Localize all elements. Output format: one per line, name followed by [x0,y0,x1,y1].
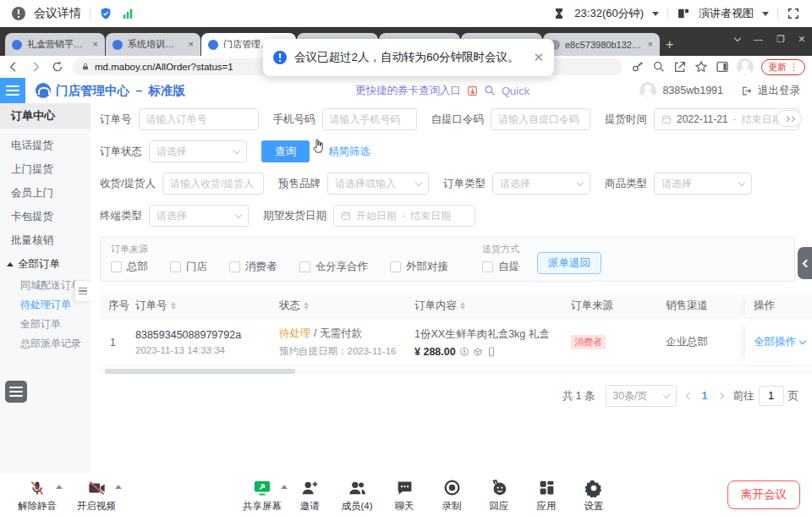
sidebar-collapse-handle[interactable] [74,280,91,302]
pickup-code-input[interactable] [491,108,590,130]
toast-close-icon[interactable]: ✕ [533,50,544,65]
browser-update-button[interactable]: 更新 ⋮ [761,59,805,75]
share-icon[interactable] [673,60,687,74]
sidebar-item-member-visit[interactable]: 会员上门 [0,181,91,205]
settings-button[interactable]: 设置 [570,478,617,513]
order-status-select[interactable]: 请选择 [149,140,247,162]
order-number[interactable]: 83859345088979792a [135,329,279,341]
browser-tab[interactable]: 礼盒营销平台管理中心 × [5,33,105,56]
sidebar-item-all-orders[interactable]: 全部订单 [0,315,91,334]
order-type-select[interactable]: 请选择 [492,173,590,195]
checkbox-hq[interactable]: 总部 [111,260,148,274]
reload-icon[interactable] [51,60,64,74]
meeting-timer[interactable]: 23:32(60分钟) [574,6,644,21]
apps-button[interactable]: 应用 [523,478,570,513]
fullscreen-icon[interactable] [787,7,800,20]
current-page[interactable]: 1 [702,390,708,402]
chat-button[interactable]: 聊天 [381,478,428,513]
terminal-type-select[interactable]: 请选择 [149,205,249,227]
view-mode-selector[interactable]: 演讲者视图 [699,6,754,21]
sort-icon[interactable] [171,302,176,310]
chevron-up-icon[interactable] [115,485,122,489]
order-content: 订单号 手机号码 自提口令码 提货时间 2022-11-21 - 结束日期 [91,103,812,474]
tab-close-icon[interactable]: × [648,40,653,49]
unmute-button[interactable]: 解除静音 [14,478,61,513]
horizontal-scrollbar[interactable] [100,368,812,375]
chevron-down-icon[interactable] [652,12,659,16]
search-button[interactable]: 查询 [261,140,310,162]
sort-icon[interactable] [460,302,465,310]
share-screen-button[interactable]: 共享屏幕 [239,478,286,513]
user-avatar[interactable] [639,82,656,99]
quick-search-icon[interactable] [484,85,496,96]
checkbox-self-pickup[interactable]: 自提 [482,260,519,274]
checkbox-warehouse-share[interactable]: 仓分享合作 [299,260,369,274]
tab-close-icon[interactable]: × [93,40,98,49]
goto-page-input[interactable] [759,386,784,406]
logout-icon[interactable] [741,85,752,96]
browser-profile-icon[interactable] [737,58,754,75]
forward-icon[interactable] [29,60,42,74]
quick-label[interactable]: Quick [502,85,529,97]
start-video-button[interactable]: 开启视频 [73,478,120,513]
all-actions-link[interactable]: 全部操作 [754,335,796,349]
meeting-title[interactable]: 会议详情 [34,6,81,21]
dispatch-return-button[interactable]: 派单退回 [537,252,601,274]
scrollbar-thumb[interactable] [105,369,295,374]
hamburger-menu-button[interactable] [0,78,25,103]
side-panel-icon[interactable] [716,60,729,74]
bookmark-star-icon[interactable] [694,60,708,74]
brand-select[interactable]: 请选择或输入 [327,173,429,195]
goods-type-select[interactable]: 请选择 [654,173,752,195]
sidebar-item-phone-pickup[interactable]: 电话提货 [0,134,91,157]
sidebar-item-door-pickup[interactable]: 上门提货 [0,157,91,181]
password-key-icon[interactable] [631,60,645,74]
sidebar-group-all-orders[interactable]: 全部订单 [0,252,91,276]
sidebar-item-batch-verify[interactable]: 批量核销 [0,228,91,252]
meeting-info-icon[interactable] [12,7,25,20]
coupon-query-link[interactable]: 更快捷的券卡查询入口 [355,84,461,98]
ship-date-range[interactable]: 开始日期 - 结束日期 [333,205,475,227]
close-window-icon[interactable]: × [798,32,805,46]
browser-tab[interactable]: 系统培训学习 × [106,33,200,56]
checkbox-external[interactable]: 外部对接 [390,260,448,274]
invite-button[interactable]: 邀请 [286,478,333,513]
expand-panel-handle[interactable] [798,247,812,279]
sidebar-item-hq-dispatch-log[interactable]: 总部派单记录 [0,334,91,354]
sidebar-item-card-pickup[interactable]: 卡包提货 [0,205,91,228]
maximize-window-icon[interactable]: ❐ [776,34,785,45]
prev-page-icon[interactable] [685,392,692,399]
shield-check-icon[interactable] [99,7,112,20]
chevron-up-icon[interactable] [56,485,63,489]
reaction-button[interactable]: 回应 [475,478,523,513]
col-status[interactable]: 状态 [279,294,414,318]
sort-icon[interactable] [304,302,309,310]
col-content[interactable]: 订单内容 [414,294,571,318]
zoom-icon[interactable] [652,60,666,74]
chevron-down-icon[interactable] [762,12,769,16]
browser-tab[interactable]: e8c573980b1328a258fd2e6f8 × [543,33,660,56]
phone-input[interactable] [322,108,417,130]
leave-meeting-button[interactable]: 离开会议 [727,480,800,509]
next-page-icon[interactable] [716,392,723,399]
receiver-input[interactable] [162,173,264,195]
network-signal-icon[interactable] [121,7,134,20]
back-icon[interactable] [7,60,20,74]
simple-filter-link[interactable]: 精简筛选 [328,145,370,159]
checkbox-store[interactable]: 门店 [170,260,207,274]
new-tab-button[interactable]: + [666,37,673,52]
tab-close-icon[interactable]: × [189,40,194,49]
record-button[interactable]: 录制 [428,478,475,513]
logout-link[interactable]: 退出登录 [758,84,800,98]
page-size-select[interactable]: 30条/页 [606,385,677,407]
tab-search-icon[interactable] [734,34,741,41]
table-row[interactable]: 1 83859345088979792a 2023-11-13 14:33:34… [100,319,812,366]
order-no-input[interactable] [139,108,259,130]
floating-list-widget[interactable] [5,381,27,403]
chevron-down-icon[interactable] [799,338,806,344]
col-order-no[interactable]: 订单号 [135,294,279,318]
minimize-window-icon[interactable]: — [754,34,763,44]
members-button[interactable]: 成员(4) [333,478,381,513]
checkbox-consumer[interactable]: 消费者 [229,260,277,274]
filter-collapse-button[interactable] [776,110,802,127]
